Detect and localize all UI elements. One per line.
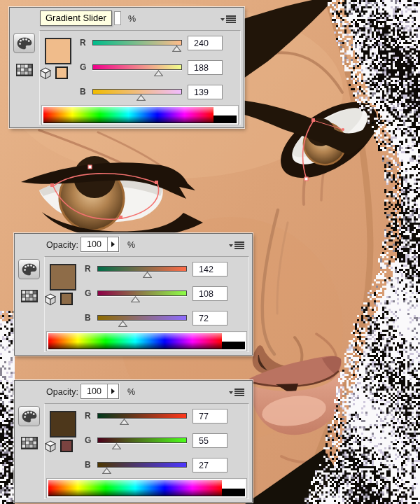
opacity-spinner-arrow[interactable] <box>107 384 118 398</box>
channel-row-r: R <box>15 266 252 287</box>
slider-thumb[interactable] <box>131 296 140 302</box>
channel-label: G <box>80 62 86 72</box>
color-spectrum-ramp[interactable] <box>46 331 247 351</box>
channel-row-r: R <box>10 40 244 61</box>
channel-value-input[interactable] <box>192 409 227 424</box>
channel-value-input[interactable] <box>192 311 227 326</box>
channel-row-g: G <box>15 290 252 312</box>
opacity-label: Opacity: <box>46 240 78 250</box>
panel-menu-icon[interactable] <box>229 388 246 398</box>
color-panel-bottom: Opacity: % <box>14 380 253 503</box>
color-panel-top: Gradient Slider % <box>9 7 244 128</box>
slider-thumb[interactable] <box>136 94 146 101</box>
channel-slider-track[interactable] <box>92 40 182 46</box>
slider-thumb[interactable] <box>172 46 181 52</box>
channel-row-r: R <box>15 413 252 434</box>
opacity-field <box>80 237 119 252</box>
hue-ramp[interactable] <box>48 480 222 496</box>
channel-slider-track[interactable] <box>97 438 187 443</box>
channel-value-input[interactable] <box>188 60 223 75</box>
channel-slider-track[interactable] <box>92 64 182 70</box>
opacity-input-edge <box>114 11 121 25</box>
channel-slider-track[interactable] <box>97 315 187 321</box>
slider-thumb[interactable] <box>102 468 111 474</box>
channel-label: R <box>85 264 91 274</box>
slider-thumb[interactable] <box>112 443 121 449</box>
color-spectrum-ramp[interactable] <box>41 105 239 125</box>
color-panel-middle: Opacity: % <box>14 233 253 356</box>
opacity-field <box>80 384 119 399</box>
channel-label: B <box>85 313 91 323</box>
channel-slider-track[interactable] <box>97 290 187 296</box>
channel-value-input[interactable] <box>188 85 223 99</box>
channel-row-g: G <box>15 438 252 458</box>
channel-row-g: G <box>10 64 244 85</box>
channel-slider-track[interactable] <box>97 266 187 272</box>
gradient-slider-tooltip: Gradient Slider <box>40 10 112 26</box>
hue-ramp[interactable] <box>43 107 214 123</box>
white-black-swatches[interactable] <box>222 333 245 349</box>
slider-thumb[interactable] <box>118 321 127 327</box>
channel-slider-track[interactable] <box>97 462 187 468</box>
slider-thumb[interactable] <box>154 70 163 76</box>
channel-value-input[interactable] <box>192 262 227 276</box>
channel-label: R <box>85 411 91 421</box>
percent-label: % <box>127 387 135 397</box>
photoshop-workspace: Gradient Slider % <box>0 0 420 504</box>
channel-label: G <box>85 288 91 298</box>
channel-slider-track[interactable] <box>97 413 187 419</box>
channel-label: R <box>80 38 86 48</box>
opacity-label: Opacity: <box>46 387 78 397</box>
channel-label: B <box>85 460 91 470</box>
channel-value-input[interactable] <box>188 36 223 50</box>
channel-slider-track[interactable] <box>92 89 182 94</box>
white-black-swatches[interactable] <box>222 480 245 496</box>
panel-menu-icon[interactable] <box>220 15 237 24</box>
channel-label: B <box>80 87 86 97</box>
slider-thumb[interactable] <box>120 419 129 425</box>
channel-value-input[interactable] <box>192 286 227 301</box>
channel-value-input[interactable] <box>192 433 227 448</box>
opacity-input[interactable] <box>81 237 107 251</box>
hue-ramp[interactable] <box>48 333 222 349</box>
color-spectrum-ramp[interactable] <box>46 478 247 498</box>
opacity-input[interactable] <box>81 384 107 398</box>
percent-label: % <box>128 14 136 24</box>
percent-label: % <box>127 240 135 250</box>
white-black-swatches[interactable] <box>214 107 237 123</box>
opacity-spinner-arrow[interactable] <box>107 237 118 251</box>
panel-menu-icon[interactable] <box>229 241 246 251</box>
channel-label: G <box>85 435 91 445</box>
channel-value-input[interactable] <box>192 458 227 472</box>
slider-thumb[interactable] <box>143 272 152 278</box>
